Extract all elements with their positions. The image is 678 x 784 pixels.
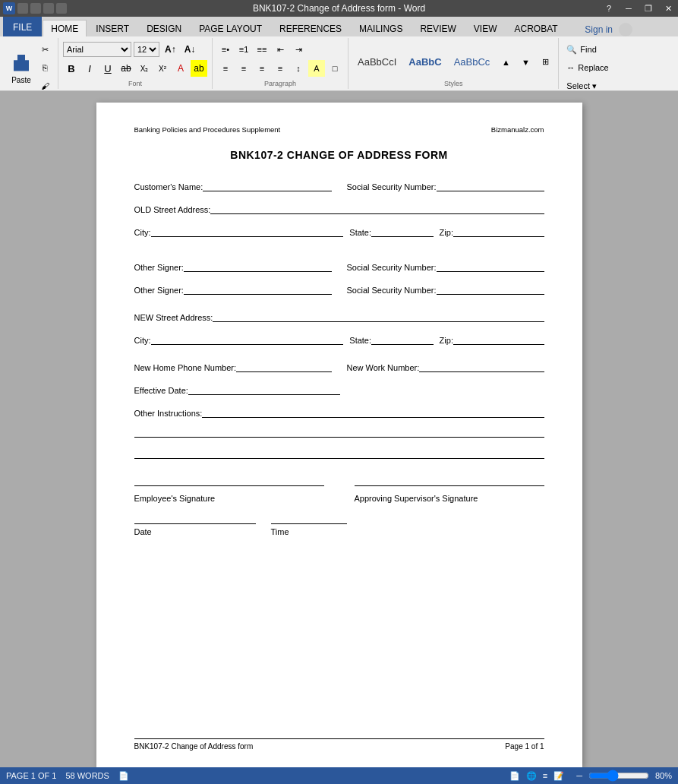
date-input[interactable] (134, 509, 256, 524)
ssn2-input[interactable] (437, 260, 544, 272)
work-number-input[interactable] (419, 360, 544, 372)
style-heading2[interactable]: AaBbCc (449, 55, 495, 69)
old-street-input[interactable] (210, 202, 544, 214)
undo-icon[interactable] (30, 3, 41, 14)
underline-button[interactable]: U (99, 60, 116, 77)
instructions-line2[interactable] (134, 422, 544, 438)
italic-button[interactable]: I (81, 60, 98, 77)
state-input[interactable] (371, 225, 434, 237)
view-web-button[interactable]: 🌐 (526, 771, 537, 781)
window-controls: ? ─ ❐ ✕ (599, 0, 678, 17)
tab-references[interactable]: REFERENCES (271, 20, 350, 36)
justify-button[interactable]: ≡ (272, 60, 289, 77)
ssn1-input[interactable] (437, 179, 544, 191)
find-button[interactable]: 🔍Find (563, 41, 624, 58)
save-icon[interactable] (17, 3, 28, 14)
line-spacing-button[interactable]: ↕ (290, 60, 307, 77)
customer-name-field: Customer's Name: (134, 179, 332, 191)
subscript-button[interactable]: X₂ (136, 60, 153, 77)
highlight-button[interactable]: ab (191, 60, 207, 77)
bullets-button[interactable]: ≡• (217, 41, 234, 58)
font-family-select[interactable]: Arial (63, 42, 131, 57)
effective-date-input[interactable] (188, 383, 340, 395)
style-normal[interactable]: AaBbCcI (353, 55, 401, 69)
replace-button[interactable]: ↔Replace (563, 59, 624, 76)
increase-indent-button[interactable]: ⇥ (290, 41, 307, 58)
copy-button[interactable]: ⎘ (36, 59, 53, 76)
styles-scroll-up[interactable]: ▲ (497, 54, 514, 71)
supervisor-sig-label: Approving Supervisor's Signature (355, 494, 544, 503)
tab-home[interactable]: HOME (43, 20, 87, 36)
track-changes-icon[interactable]: 📄 (118, 771, 129, 781)
help-button[interactable]: ? (599, 0, 619, 17)
font-size-select[interactable]: 12 (134, 42, 159, 57)
tab-design[interactable]: DESIGN (138, 20, 190, 36)
decrease-indent-button[interactable]: ⇤ (272, 41, 289, 58)
instructions-input1[interactable] (202, 406, 544, 418)
form-row-name-ssn: Customer's Name: Social Security Number: (134, 179, 544, 191)
styles-scroll-down[interactable]: ▼ (517, 54, 534, 71)
new-city-label: City: (134, 336, 151, 345)
style-heading1[interactable]: AaBbC (404, 55, 446, 69)
close-button[interactable]: ✕ (658, 0, 678, 17)
styles-group: AaBbCcI AaBbC AaBbCc ▲ ▼ ⊞ Styles (348, 38, 559, 89)
superscript-button[interactable]: X² (154, 60, 171, 77)
bold-button[interactable]: B (63, 60, 80, 77)
borders-button[interactable]: □ (326, 60, 343, 77)
document-page: Banking Policies and Procedures Suppleme… (96, 103, 582, 767)
zip-input[interactable] (453, 225, 544, 237)
signin-area[interactable]: Sign in (585, 23, 678, 36)
zip-label: Zip: (440, 228, 453, 237)
view-draft-button[interactable]: 📝 (553, 771, 564, 781)
zoom-slider[interactable] (588, 772, 649, 779)
time-label: Time (271, 527, 347, 536)
instructions-line3[interactable] (134, 444, 544, 459)
customer-name-input[interactable] (203, 179, 331, 191)
ssn3-input[interactable] (437, 283, 544, 295)
new-city-state-zip-row: City: State: Zip: (134, 333, 544, 345)
numbering-button[interactable]: ≡1 (235, 41, 252, 58)
align-center-button[interactable]: ≡ (235, 60, 252, 77)
redo-icon[interactable] (43, 3, 54, 14)
employee-sig-line[interactable] (134, 471, 324, 486)
grow-font-button[interactable]: A↑ (162, 41, 179, 58)
other-signer1-input[interactable] (184, 260, 332, 272)
tab-review[interactable]: REVIEW (412, 20, 464, 36)
ssn2-label: Social Security Number: (347, 263, 437, 272)
align-left-button[interactable]: ≡ (217, 60, 234, 77)
statusbar-right: 📄 🌐 ≡ 📝 ─ 80% (509, 771, 672, 781)
shading-button[interactable]: A (308, 60, 325, 77)
date-field: Date (134, 509, 256, 536)
new-zip-input[interactable] (453, 333, 544, 345)
tab-insert[interactable]: INSERT (87, 20, 137, 36)
view-print-button[interactable]: 📄 (509, 771, 520, 781)
home-phone-input[interactable] (236, 360, 331, 372)
new-street-input[interactable] (213, 310, 544, 322)
zoom-level: 80% (655, 771, 672, 780)
restore-button[interactable]: ❐ (639, 0, 658, 17)
other-signer2-input[interactable] (184, 283, 332, 295)
tab-view[interactable]: VIEW (465, 20, 506, 36)
supervisor-sig-line[interactable] (355, 471, 544, 486)
multilevel-button[interactable]: ≡≡ (254, 41, 270, 58)
city-input[interactable] (151, 225, 344, 237)
paste-button[interactable]: Paste (8, 47, 35, 88)
align-right-button[interactable]: ≡ (254, 60, 270, 77)
strikethrough-button[interactable]: ab (118, 60, 134, 77)
new-city-input[interactable] (151, 333, 344, 345)
minimize-button[interactable]: ─ (619, 0, 639, 17)
shrink-font-button[interactable]: A↓ (181, 41, 199, 58)
zip-field: Zip: (440, 225, 544, 237)
tab-page-layout[interactable]: PAGE LAYOUT (191, 20, 270, 36)
clipboard-group: Paste ✂ ⎘ 🖌 Clipboard (3, 38, 58, 89)
font-color-button[interactable]: A (172, 60, 189, 77)
new-state-input[interactable] (371, 333, 434, 345)
tab-acrobat[interactable]: ACROBAT (506, 20, 566, 36)
more-icon[interactable] (56, 3, 67, 14)
tab-file[interactable]: FILE (3, 17, 42, 36)
tab-mailings[interactable]: MAILINGS (351, 20, 411, 36)
cut-button[interactable]: ✂ (36, 41, 53, 58)
time-input[interactable] (271, 509, 347, 524)
view-outline-button[interactable]: ≡ (543, 771, 547, 780)
styles-expand[interactable]: ⊞ (537, 54, 553, 71)
